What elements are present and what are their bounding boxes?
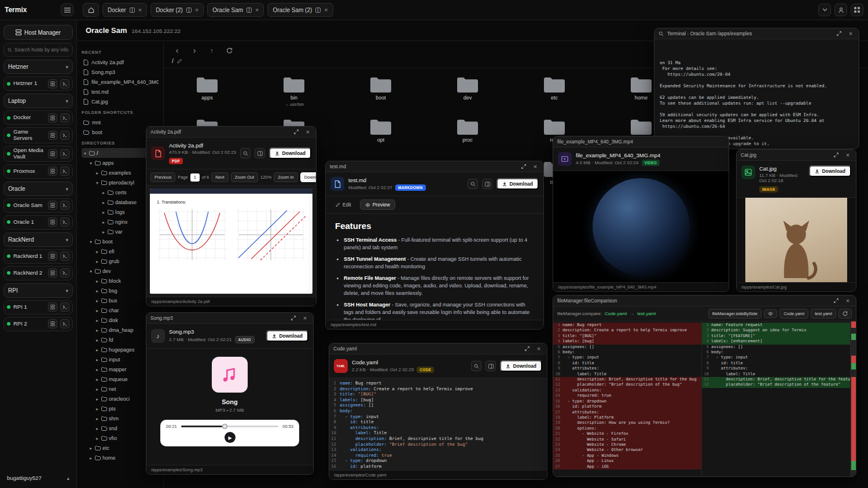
- edit-path-icon[interactable]: [177, 58, 182, 64]
- file-manager-button[interactable]: [48, 149, 57, 158]
- file-manager-button[interactable]: [48, 201, 57, 210]
- host-item[interactable]: Open Media Vault: [3, 146, 73, 162]
- tree-chevron-icon[interactable]: [89, 445, 93, 451]
- code-window-header[interactable]: Code.yaml: [329, 343, 547, 354]
- session-tab[interactable]: Oracle Sam (2): [267, 3, 333, 17]
- image-canvas[interactable]: [737, 198, 856, 282]
- file-manager-button[interactable]: [48, 79, 57, 88]
- split-view-icon[interactable]: [247, 8, 252, 13]
- terminal-button[interactable]: [60, 217, 69, 227]
- folder-item[interactable]: opt: [337, 116, 424, 151]
- close-icon[interactable]: [301, 314, 309, 322]
- back-button[interactable]: [172, 45, 182, 56]
- search-icon[interactable]: [659, 31, 664, 36]
- close-icon[interactable]: [847, 29, 855, 38]
- folder-item[interactable]: apps: [164, 74, 251, 109]
- play-button[interactable]: [225, 432, 236, 443]
- pdf-canvas[interactable]: 1. Translations:: [146, 186, 316, 297]
- tree-chevron-icon[interactable]: [95, 278, 100, 284]
- terminal-button[interactable]: [60, 252, 69, 261]
- open-panel-button[interactable]: [255, 148, 265, 158]
- close-tab-icon[interactable]: [324, 7, 328, 13]
- terminal-button[interactable]: [60, 131, 69, 140]
- tree-chevron-icon[interactable]: [95, 416, 100, 422]
- recent-file-item[interactable]: Song.mp3: [82, 67, 159, 77]
- file-manager-button[interactable]: [48, 113, 57, 123]
- close-tab-icon[interactable]: [195, 7, 198, 13]
- open-panel-button[interactable]: [486, 361, 496, 371]
- terminal-output[interactable]: on 31 Ma For more details see: https://u…: [654, 39, 859, 149]
- host-item[interactable]: RackNerd 1: [3, 249, 73, 264]
- file-manager-button[interactable]: [48, 131, 57, 140]
- folder-item[interactable]: boot: [337, 74, 424, 109]
- tree-chevron-icon[interactable]: [95, 367, 100, 372]
- zoom-search-button[interactable]: [471, 361, 481, 371]
- tree-chevron-icon[interactable]: [89, 268, 93, 274]
- file-manager-button[interactable]: [48, 268, 57, 278]
- file-manager-button[interactable]: [48, 167, 57, 176]
- host-item[interactable]: RPI 1: [3, 300, 73, 315]
- chevron-down-icon[interactable]: [65, 236, 68, 243]
- tree-chevron-icon[interactable]: [95, 308, 100, 313]
- up-directory-button[interactable]: [207, 45, 217, 56]
- session-tab[interactable]: Docker: [102, 3, 147, 17]
- folder-item[interactable]: dev: [424, 74, 511, 109]
- apps-grid-button[interactable]: [851, 3, 863, 16]
- download-button[interactable]: Download: [269, 147, 311, 159]
- video-window-header[interactable]: file_example_MP4_640_3MG.mp4: [553, 136, 729, 147]
- expand-icon[interactable]: [832, 297, 840, 305]
- sidebar-toggle-button[interactable]: [61, 3, 73, 16]
- tree-chevron-icon[interactable]: [89, 239, 93, 245]
- zoom-out-button[interactable]: Zoom Out: [231, 172, 258, 182]
- seek-thumb[interactable]: [222, 424, 227, 429]
- host-group-header[interactable]: Laptop: [3, 94, 73, 108]
- host-item[interactable]: RackNerd 2: [3, 266, 73, 280]
- file-manager-button[interactable]: [48, 217, 57, 227]
- folder-item[interactable]: bin → usr/bin: [251, 74, 337, 109]
- tree-chevron-icon[interactable]: [95, 406, 100, 412]
- file-manager-button[interactable]: [48, 252, 57, 261]
- tree-chevron-icon[interactable]: [95, 396, 100, 402]
- edit-tab[interactable]: Edit: [330, 199, 356, 210]
- session-tab[interactable]: Docker (2): [150, 3, 204, 17]
- tree-chevron-icon[interactable]: [95, 347, 100, 353]
- host-item[interactable]: Oracle 1: [3, 215, 73, 230]
- host-item[interactable]: Hetzner 1: [3, 76, 73, 91]
- host-item[interactable]: Oracle Sam: [3, 198, 73, 213]
- side-by-side-toggle[interactable]: fileManager.sideBySide: [708, 309, 762, 319]
- tree-chevron-icon[interactable]: [95, 170, 100, 176]
- split-view-icon[interactable]: [130, 8, 135, 13]
- chevron-down-icon[interactable]: [65, 186, 68, 192]
- tree-chevron-icon[interactable]: [95, 357, 100, 363]
- folder-item[interactable]: proc: [424, 116, 511, 151]
- code-editor[interactable]: 1 name: Bug report 2 description: Create…: [329, 378, 547, 470]
- next-page-button[interactable]: Next: [211, 172, 228, 182]
- tree-chevron-icon[interactable]: [95, 180, 100, 186]
- host-search-input[interactable]: [14, 47, 69, 53]
- recent-file-item[interactable]: Cat.jpg: [82, 97, 159, 106]
- file-manager-button[interactable]: [48, 302, 57, 312]
- video-player[interactable]: [553, 171, 729, 282]
- host-item[interactable]: Docker: [3, 110, 73, 125]
- expand-icon[interactable]: [520, 162, 528, 171]
- tree-chevron-icon[interactable]: [95, 337, 100, 343]
- tree-chevron-icon[interactable]: [95, 288, 100, 294]
- download-button[interactable]: Download: [500, 360, 542, 372]
- zoom-in-button[interactable]: Zoom In: [274, 172, 298, 182]
- updates-button[interactable]: [818, 3, 831, 16]
- tree-chevron-icon[interactable]: [101, 219, 106, 225]
- tree-chevron-icon[interactable]: [101, 209, 106, 215]
- close-icon[interactable]: [535, 345, 543, 353]
- refresh-compare-button[interactable]: [838, 309, 852, 319]
- forward-button[interactable]: [189, 45, 200, 56]
- terminal-button[interactable]: [60, 167, 69, 176]
- previous-page-button[interactable]: Previous: [150, 172, 175, 182]
- download-pdf-button[interactable]: Download: [300, 172, 316, 182]
- profile-button[interactable]: [834, 3, 847, 16]
- preview-tab[interactable]: Preview: [360, 199, 395, 210]
- close-tab-icon[interactable]: [255, 7, 259, 13]
- tree-chevron-icon[interactable]: [95, 376, 100, 382]
- tab-home[interactable]: [83, 3, 99, 17]
- tree-chevron-icon[interactable]: [95, 327, 100, 333]
- host-item[interactable]: Game Servers: [3, 127, 73, 143]
